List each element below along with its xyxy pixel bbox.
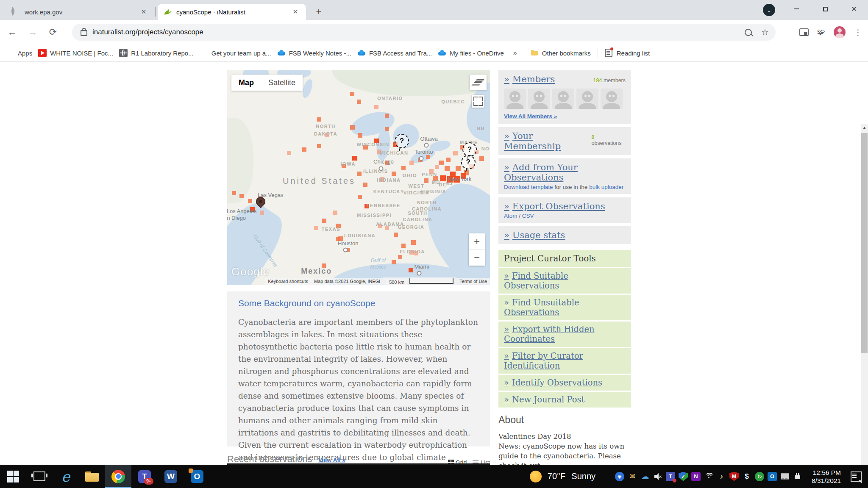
bookmark-fsb-weekly-notes[interactable]: FSB Weekly Notes -...	[277, 49, 351, 57]
observation-heat-cell[interactable]	[374, 105, 378, 109]
secure-sign-in-icon[interactable]: ◉	[615, 472, 624, 481]
csv-link[interactable]: CSV	[522, 213, 534, 219]
chrome-icon[interactable]	[105, 465, 131, 488]
observation-heat-cell[interactable]	[456, 166, 461, 171]
map-fullscreen-button[interactable]	[472, 95, 484, 108]
bookmark-my-files-onedrive[interactable]: My files - OneDrive	[438, 49, 504, 57]
window-close-button[interactable]: ✕	[841, 0, 867, 18]
teams-app-icon[interactable]: T9+	[131, 465, 158, 488]
curator-tool-link[interactable]: »Export with Hidden Coordinates	[504, 324, 595, 344]
reading-list-button[interactable]: Reading list	[604, 49, 650, 57]
back-button[interactable]: ←	[4, 24, 20, 40]
scrollbar-thumb[interactable]	[861, 133, 868, 353]
observations-map[interactable]: Map Satellite + − Google Keyboard shortc…	[227, 70, 490, 285]
other-bookmarks-button[interactable]: Other bookmarks	[530, 49, 591, 57]
view-all-members-link[interactable]: View All Members »	[504, 113, 557, 119]
tab-work-epa-gov[interactable]: work.epa.gov ✕	[6, 4, 154, 20]
map-zoom-control[interactable]: + −	[469, 233, 485, 266]
internet-explorer-icon[interactable]: e	[53, 465, 79, 488]
observation-heat-cell[interactable]	[401, 166, 406, 170]
keyboard-shortcuts-link[interactable]: Keyboard shortcuts	[265, 278, 311, 285]
observation-heat-cell[interactable]	[439, 161, 444, 165]
add-from-observations-link[interactable]: »Add from Your Observations	[504, 162, 578, 183]
power-plug-icon[interactable]	[793, 472, 802, 481]
member-avatar[interactable]	[504, 89, 526, 109]
new-tab-button[interactable]: +	[313, 6, 325, 18]
observation-heat-cell[interactable]	[424, 178, 428, 183]
members-link[interactable]: »Members	[504, 74, 555, 84]
observation-heat-cell[interactable]	[232, 191, 236, 195]
profile-avatar[interactable]	[834, 26, 846, 38]
browser-menu-icon[interactable]: ⋮	[854, 28, 862, 37]
action-center-button[interactable]	[844, 465, 868, 488]
observation-heat-cell[interactable]	[385, 226, 389, 230]
windows-security-icon[interactable]: ✓	[679, 472, 688, 481]
mail-icon[interactable]: ✉	[628, 472, 637, 481]
file-explorer-icon[interactable]	[79, 465, 105, 488]
close-tab-icon[interactable]: ✕	[139, 7, 148, 17]
bookmark-get-your-team-up-a[interactable]: Get your team up a...	[200, 49, 271, 57]
export-observations-link[interactable]: »Export Observations	[504, 201, 605, 211]
extensions-puzzle-icon[interactable]: 🧩︎	[817, 28, 825, 37]
observation-heat-cell[interactable]	[260, 211, 264, 215]
bookmark-apps[interactable]: Apps	[6, 49, 32, 57]
page-scrollbar[interactable]: ▲ ▼	[861, 124, 868, 488]
unknown-observation-marker[interactable]: ?	[395, 134, 409, 148]
journal-post-title[interactable]: Some Background on cyanoScope	[238, 298, 479, 308]
observation-heat-cell[interactable]	[440, 175, 446, 181]
observation-heat-cell[interactable]	[358, 195, 362, 199]
map-zoom-in-button[interactable]: +	[469, 233, 485, 250]
outlook-tray-icon[interactable]: O	[768, 472, 777, 481]
observation-heat-cell[interactable]	[385, 127, 389, 131]
observation-heat-cell[interactable]	[239, 194, 244, 198]
bookmark-star-icon[interactable]: ☆	[761, 27, 769, 37]
bulk-uploader-link[interactable]: bulk uploader	[589, 184, 623, 190]
cash-app-icon[interactable]: $	[742, 472, 751, 481]
observation-heat-cell[interactable]	[352, 156, 357, 161]
observation-heat-cell[interactable]	[358, 133, 362, 138]
zoom-level-icon[interactable]	[745, 29, 752, 36]
outlook-app-icon[interactable]: O	[184, 465, 210, 488]
member-avatar[interactable]	[528, 89, 550, 109]
pip-extension-icon[interactable]	[799, 28, 809, 36]
curator-tool-link[interactable]: »Find Unsuitable Observations	[504, 298, 579, 317]
bookmarks-overflow-icon[interactable]: »	[513, 49, 517, 57]
curator-tool-link[interactable]: »Filter by Curator Identification	[504, 351, 583, 371]
onenote-icon[interactable]: N	[691, 472, 701, 481]
bookmark-r1-laboratory-repo[interactable]: R1 Laboratory Repo...	[119, 49, 194, 57]
curator-tool-link[interactable]: »Find Suitable Observations	[504, 271, 568, 291]
mcafee-icon[interactable]: M	[729, 472, 739, 481]
observation-heat-cell[interactable]	[322, 219, 326, 223]
observation-heat-cell[interactable]	[357, 172, 362, 176]
observation-heat-cell[interactable]	[317, 144, 321, 148]
observation-heat-cell[interactable]	[363, 183, 367, 187]
taskbar-clock[interactable]: 12:56 PM 8/31/2021	[812, 469, 841, 485]
observation-heat-cell[interactable]	[394, 233, 398, 237]
window-minimize-button[interactable]	[783, 0, 810, 18]
observation-heat-cell[interactable]	[248, 199, 252, 203]
wifi-icon[interactable]	[704, 472, 713, 481]
bookmark-fsb-access-and-tra[interactable]: FSB Access and Tra...	[357, 49, 432, 57]
map-zoom-out-button[interactable]: −	[469, 250, 485, 266]
remote-display-icon[interactable]	[780, 472, 790, 481]
close-tab-icon[interactable]: ✕	[291, 7, 300, 17]
curator-tool-link[interactable]: »Identify Observations	[504, 378, 602, 388]
unknown-observation-marker[interactable]: ?	[462, 142, 477, 157]
observation-heat-cell[interactable]	[446, 158, 451, 162]
volume-muted-icon[interactable]: ✕	[653, 472, 662, 481]
usage-stats-link[interactable]: »Usage stats	[504, 230, 565, 240]
bookmark-white-noise-foc[interactable]: WHITE NOISE | Foc...	[38, 49, 113, 57]
map-type-map-button[interactable]: Map	[231, 75, 261, 91]
observation-heat-cell[interactable]	[401, 244, 406, 248]
map-layers-button[interactable]	[470, 75, 487, 90]
observation-heat-cell[interactable]	[445, 166, 450, 171]
observation-heat-cell[interactable]	[302, 147, 306, 152]
scroll-up-arrow[interactable]: ▲	[861, 124, 868, 131]
terms-of-use-link[interactable]: Terms of Use	[456, 278, 490, 285]
observation-heat-cell[interactable]	[392, 260, 396, 264]
observation-heat-cell[interactable]	[385, 114, 389, 118]
start-button[interactable]	[0, 465, 26, 488]
observation-heat-cell[interactable]	[426, 155, 430, 159]
observation-heat-cell[interactable]	[435, 165, 439, 169]
view-all-link[interactable]: View All »	[318, 457, 346, 463]
